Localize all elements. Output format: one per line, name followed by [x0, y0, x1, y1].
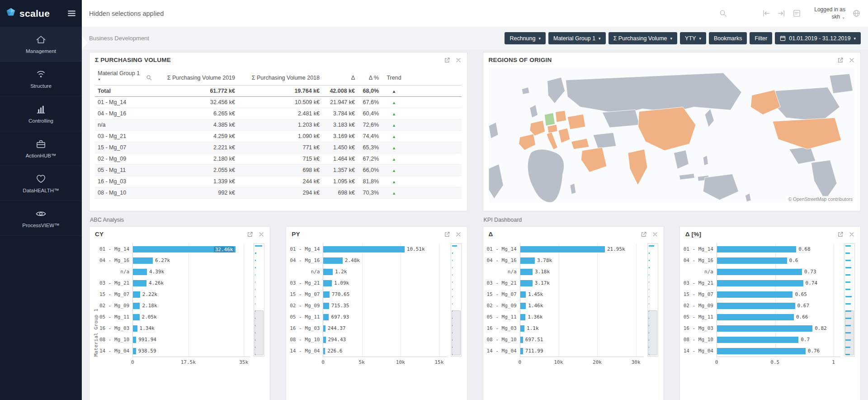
chart-scrollbar[interactable]: [451, 243, 462, 357]
bar[interactable]: [717, 314, 794, 320]
table-row[interactable]: 02 - Mg_092.180 k€715 k€1.464 k€67,2%▲: [95, 153, 462, 165]
map-region-usa[interactable]: [773, 118, 841, 149]
bar[interactable]: [133, 303, 140, 309]
close-icon[interactable]: [849, 231, 855, 238]
table-row[interactable]: 15 - Mg_072.221 k€771 k€1.450 k€65,3%▲: [95, 142, 462, 153]
column-search-icon[interactable]: [146, 75, 152, 81]
bar[interactable]: [323, 257, 342, 264]
bar[interactable]: 32.46k: [133, 246, 236, 252]
table-row[interactable]: n/a4.385 k€1.203 k€3.183 k€72,6%▲: [95, 119, 462, 131]
step-forward-icon[interactable]: [777, 9, 786, 18]
table-row[interactable]: 08 - Mg_10992 k€294 k€698 k€70,3%▲: [95, 187, 462, 199]
bar[interactable]: [133, 257, 153, 264]
bar[interactable]: [717, 291, 793, 298]
filter-chip-filter[interactable]: Filter: [750, 32, 772, 44]
bar[interactable]: [520, 303, 526, 309]
smart-search-icon[interactable]: [719, 9, 727, 18]
filter-chip-purchasing-volume[interactable]: Σ Purchasing Volume▾: [609, 32, 677, 44]
map-region-india[interactable]: [627, 149, 647, 185]
close-icon[interactable]: [455, 57, 462, 63]
table-row[interactable]: 04 - Mg_166.265 k€2.481 k€3.784 k€60,4%▲: [95, 108, 462, 119]
column-header-delta[interactable]: Δ: [322, 67, 358, 86]
column-header-2019[interactable]: Σ Purchasing Volume 2019: [155, 67, 238, 86]
bar[interactable]: [323, 269, 333, 275]
bar[interactable]: [520, 314, 526, 320]
table-row[interactable]: 01 - Mg_1432.456 k€10.509 k€21.947 k€67,…: [95, 97, 462, 108]
table-row[interactable]: 05 - Mg_112.055 k€698 k€1.357 k€66,0%▲: [95, 165, 462, 176]
bar[interactable]: [520, 337, 523, 343]
sidebar-item-structure[interactable]: Structure: [0, 62, 82, 96]
filter-chip-rechnung[interactable]: Rechnung▾: [505, 32, 546, 44]
filter-chip-01-01-2019-31-12-2019[interactable]: 01.01.2019 - 31.12.2019▾: [775, 32, 861, 44]
bar[interactable]: [520, 280, 533, 286]
bar[interactable]: [717, 337, 798, 343]
bar[interactable]: [323, 337, 326, 343]
menu-hamburger-icon[interactable]: [67, 9, 76, 18]
sidebar-item-datahealth[interactable]: DataHEALTH™: [0, 166, 82, 201]
bar[interactable]: [520, 269, 533, 275]
chart-scrollbar[interactable]: [647, 243, 658, 357]
bar[interactable]: [323, 291, 329, 298]
export-icon[interactable]: [837, 231, 844, 238]
selections-tool-icon[interactable]: [793, 9, 801, 18]
export-icon[interactable]: [444, 231, 450, 238]
section-label-kpi-dashboard[interactable]: KPI Dashboard: [483, 211, 861, 226]
close-icon[interactable]: [849, 57, 855, 63]
close-icon[interactable]: [258, 231, 264, 238]
bar[interactable]: [717, 280, 803, 286]
sidebar-item-management[interactable]: Management: [0, 27, 82, 62]
bar[interactable]: [133, 348, 136, 354]
filter-chip-material-group-1[interactable]: Material Group 1▾: [548, 32, 606, 44]
sidebar-item-actionhub[interactable]: ActionHUB™: [0, 131, 82, 166]
bar[interactable]: [717, 246, 796, 252]
map-region-alaska[interactable]: [750, 90, 780, 115]
chart-scrollbar[interactable]: [844, 243, 855, 357]
filter-chip-yty[interactable]: YTY▾: [680, 32, 706, 44]
table-row[interactable]: 03 - Mg_214.259 k€1.090 k€3.169 k€74,4%▲: [95, 131, 462, 142]
sidebar-item-processview[interactable]: ProcessVIEW™: [0, 201, 82, 236]
close-icon[interactable]: [652, 231, 658, 238]
column-header-material-group[interactable]: Material Group 1 ▼: [95, 67, 155, 86]
bar[interactable]: [520, 291, 526, 298]
export-icon[interactable]: [641, 231, 647, 238]
logged-in-menu[interactable]: Logged in as skh ⌄: [814, 6, 845, 20]
bar[interactable]: [133, 325, 137, 332]
step-back-icon[interactable]: [762, 9, 770, 18]
bar[interactable]: [717, 325, 812, 332]
bar[interactable]: [323, 325, 325, 332]
column-header-2018[interactable]: Σ Purchasing Volume 2018: [238, 67, 322, 86]
map-region-france[interactable]: [529, 120, 545, 136]
map-region-china[interactable]: [638, 107, 695, 150]
bar[interactable]: [520, 246, 605, 252]
bar[interactable]: [133, 269, 147, 275]
world-map[interactable]: © OpenStreetMap contributors: [489, 67, 855, 202]
section-label-abc-analysis[interactable]: ABC Analysis: [89, 211, 467, 226]
map-attribution[interactable]: © OpenStreetMap contributors: [786, 196, 855, 202]
export-icon[interactable]: [444, 57, 450, 63]
bar[interactable]: [717, 257, 787, 264]
bar[interactable]: [520, 348, 523, 354]
bar[interactable]: [133, 337, 136, 343]
logo-text[interactable]: scalue: [19, 8, 50, 19]
bar[interactable]: [323, 348, 325, 354]
bar[interactable]: [520, 325, 524, 332]
filter-chip-bookmarks[interactable]: Bookmarks: [709, 32, 747, 44]
map-region-austria[interactable]: [547, 124, 557, 133]
close-icon[interactable]: [455, 231, 462, 238]
bar[interactable]: [133, 314, 139, 320]
sidebar-item-controlling[interactable]: Controlling: [0, 96, 82, 131]
bar[interactable]: [717, 303, 795, 309]
table-row[interactable]: 16 - Mg_031.339 k€244 k€1.095 k€81,8%▲: [95, 176, 462, 187]
bar[interactable]: [520, 257, 535, 264]
bar[interactable]: [133, 291, 140, 298]
bar[interactable]: [323, 246, 404, 252]
bar[interactable]: [323, 314, 329, 320]
map-region-turkey[interactable]: [571, 138, 589, 149]
map-region-saudi-arabia[interactable]: [581, 148, 607, 172]
map-region-spain[interactable]: [519, 134, 535, 150]
bar[interactable]: [323, 303, 329, 309]
map-region-germany[interactable]: [544, 113, 555, 126]
bar[interactable]: [717, 348, 806, 354]
column-header-trend[interactable]: Trend: [382, 67, 406, 86]
bar[interactable]: [323, 280, 332, 286]
